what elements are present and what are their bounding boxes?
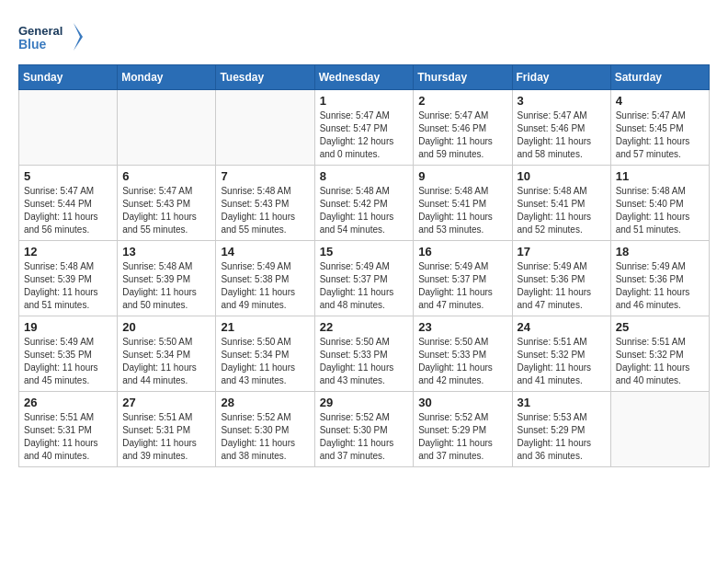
weekday-header-monday: Monday: [118, 65, 216, 90]
calendar-cell: 6Sunrise: 5:47 AM Sunset: 5:43 PM Daylig…: [118, 166, 216, 241]
calendar-cell: 24Sunrise: 5:51 AM Sunset: 5:32 PM Dayli…: [512, 316, 610, 392]
cell-info: Sunrise: 5:47 AM Sunset: 5:43 PM Dayligh…: [122, 185, 210, 236]
calendar-week-row: 26Sunrise: 5:51 AM Sunset: 5:31 PM Dayli…: [19, 392, 710, 467]
cell-info: Sunrise: 5:49 AM Sunset: 5:36 PM Dayligh…: [616, 260, 704, 312]
day-number: 14: [221, 245, 309, 259]
calendar-cell: 7Sunrise: 5:48 AM Sunset: 5:43 PM Daylig…: [216, 166, 314, 241]
calendar-cell: 1Sunrise: 5:47 AM Sunset: 5:47 PM Daylig…: [314, 90, 414, 166]
page-header: General Blue: [18, 18, 710, 55]
day-number: 21: [221, 320, 309, 334]
calendar-cell: 10Sunrise: 5:48 AM Sunset: 5:41 PM Dayli…: [512, 166, 610, 241]
cell-info: Sunrise: 5:49 AM Sunset: 5:35 PM Dayligh…: [24, 336, 112, 387]
cell-info: Sunrise: 5:47 AM Sunset: 5:47 PM Dayligh…: [320, 109, 409, 161]
cell-info: Sunrise: 5:47 AM Sunset: 5:44 PM Dayligh…: [24, 185, 112, 236]
day-number: 9: [418, 169, 506, 183]
day-number: 15: [320, 245, 409, 259]
day-number: 17: [518, 245, 606, 259]
logo: General Blue: [18, 18, 83, 55]
calendar-cell: 3Sunrise: 5:47 AM Sunset: 5:46 PM Daylig…: [512, 90, 610, 166]
calendar-cell: 13Sunrise: 5:48 AM Sunset: 5:39 PM Dayli…: [118, 241, 216, 316]
cell-info: Sunrise: 5:49 AM Sunset: 5:37 PM Dayligh…: [418, 260, 506, 312]
cell-info: Sunrise: 5:52 AM Sunset: 5:29 PM Dayligh…: [418, 411, 506, 463]
calendar-cell: 19Sunrise: 5:49 AM Sunset: 5:35 PM Dayli…: [19, 316, 118, 392]
calendar-cell: 27Sunrise: 5:51 AM Sunset: 5:31 PM Dayli…: [118, 392, 216, 467]
calendar-cell: 17Sunrise: 5:49 AM Sunset: 5:36 PM Dayli…: [512, 241, 610, 316]
day-number: 13: [122, 245, 210, 259]
calendar-week-row: 12Sunrise: 5:48 AM Sunset: 5:39 PM Dayli…: [19, 241, 710, 316]
cell-info: Sunrise: 5:48 AM Sunset: 5:41 PM Dayligh…: [518, 185, 606, 236]
cell-info: Sunrise: 5:50 AM Sunset: 5:34 PM Dayligh…: [122, 336, 210, 387]
calendar-cell: 28Sunrise: 5:52 AM Sunset: 5:30 PM Dayli…: [216, 392, 314, 467]
day-number: 16: [418, 245, 506, 259]
calendar-cell: 11Sunrise: 5:48 AM Sunset: 5:40 PM Dayli…: [610, 166, 709, 241]
day-number: 11: [616, 169, 704, 183]
calendar-cell: [19, 90, 118, 166]
cell-info: Sunrise: 5:48 AM Sunset: 5:42 PM Dayligh…: [320, 185, 409, 236]
cell-info: Sunrise: 5:53 AM Sunset: 5:29 PM Dayligh…: [518, 411, 606, 463]
weekday-header-thursday: Thursday: [414, 65, 512, 90]
calendar-cell: 4Sunrise: 5:47 AM Sunset: 5:45 PM Daylig…: [610, 90, 709, 166]
day-number: 1: [320, 94, 409, 108]
day-number: 24: [518, 320, 606, 334]
calendar-cell: 22Sunrise: 5:50 AM Sunset: 5:33 PM Dayli…: [314, 316, 414, 392]
cell-info: Sunrise: 5:51 AM Sunset: 5:32 PM Dayligh…: [616, 336, 704, 387]
calendar-cell: 5Sunrise: 5:47 AM Sunset: 5:44 PM Daylig…: [19, 166, 118, 241]
day-number: 12: [24, 245, 112, 259]
calendar-cell: [610, 392, 709, 467]
day-number: 8: [320, 169, 409, 183]
cell-info: Sunrise: 5:47 AM Sunset: 5:46 PM Dayligh…: [518, 109, 606, 161]
cell-info: Sunrise: 5:51 AM Sunset: 5:31 PM Dayligh…: [24, 411, 112, 463]
day-number: 2: [418, 94, 506, 108]
calendar-cell: 12Sunrise: 5:48 AM Sunset: 5:39 PM Dayli…: [19, 241, 118, 316]
day-number: 29: [320, 396, 409, 409]
calendar-week-row: 5Sunrise: 5:47 AM Sunset: 5:44 PM Daylig…: [19, 166, 710, 241]
day-number: 25: [616, 320, 704, 334]
cell-info: Sunrise: 5:50 AM Sunset: 5:33 PM Dayligh…: [320, 336, 409, 387]
calendar-week-row: 1Sunrise: 5:47 AM Sunset: 5:47 PM Daylig…: [19, 90, 710, 166]
cell-info: Sunrise: 5:49 AM Sunset: 5:37 PM Dayligh…: [320, 260, 409, 312]
calendar-cell: 31Sunrise: 5:53 AM Sunset: 5:29 PM Dayli…: [512, 392, 610, 467]
cell-info: Sunrise: 5:50 AM Sunset: 5:33 PM Dayligh…: [418, 336, 506, 387]
svg-marker-2: [74, 23, 83, 51]
cell-info: Sunrise: 5:47 AM Sunset: 5:45 PM Dayligh…: [616, 109, 704, 161]
cell-info: Sunrise: 5:47 AM Sunset: 5:46 PM Dayligh…: [418, 109, 506, 161]
day-number: 22: [320, 320, 409, 334]
weekday-header-saturday: Saturday: [610, 65, 709, 90]
cell-info: Sunrise: 5:49 AM Sunset: 5:38 PM Dayligh…: [221, 260, 309, 312]
calendar-cell: [118, 90, 216, 166]
day-number: 26: [24, 396, 112, 409]
day-number: 30: [418, 396, 506, 409]
calendar-cell: 30Sunrise: 5:52 AM Sunset: 5:29 PM Dayli…: [414, 392, 512, 467]
cell-info: Sunrise: 5:48 AM Sunset: 5:40 PM Dayligh…: [616, 185, 704, 236]
weekday-header-sunday: Sunday: [19, 65, 118, 90]
weekday-header-wednesday: Wednesday: [314, 65, 414, 90]
calendar-cell: 16Sunrise: 5:49 AM Sunset: 5:37 PM Dayli…: [414, 241, 512, 316]
day-number: 4: [616, 94, 704, 108]
weekday-header-friday: Friday: [512, 65, 610, 90]
svg-text:Blue: Blue: [18, 37, 47, 52]
day-number: 23: [418, 320, 506, 334]
cell-info: Sunrise: 5:48 AM Sunset: 5:39 PM Dayligh…: [24, 260, 112, 312]
calendar-table: SundayMondayTuesdayWednesdayThursdayFrid…: [18, 64, 710, 467]
calendar-week-row: 19Sunrise: 5:49 AM Sunset: 5:35 PM Dayli…: [19, 316, 710, 392]
svg-text:General: General: [18, 24, 63, 38]
calendar-cell: 21Sunrise: 5:50 AM Sunset: 5:34 PM Dayli…: [216, 316, 314, 392]
logo-svg: General Blue: [18, 18, 83, 55]
cell-info: Sunrise: 5:48 AM Sunset: 5:43 PM Dayligh…: [221, 185, 309, 236]
weekday-header-tuesday: Tuesday: [216, 65, 314, 90]
calendar-cell: [216, 90, 314, 166]
calendar-cell: 26Sunrise: 5:51 AM Sunset: 5:31 PM Dayli…: [19, 392, 118, 467]
day-number: 5: [24, 169, 112, 183]
day-number: 28: [221, 396, 309, 409]
cell-info: Sunrise: 5:48 AM Sunset: 5:41 PM Dayligh…: [418, 185, 506, 236]
day-number: 20: [122, 320, 210, 334]
calendar-cell: 25Sunrise: 5:51 AM Sunset: 5:32 PM Dayli…: [610, 316, 709, 392]
calendar-cell: 18Sunrise: 5:49 AM Sunset: 5:36 PM Dayli…: [610, 241, 709, 316]
calendar-cell: 14Sunrise: 5:49 AM Sunset: 5:38 PM Dayli…: [216, 241, 314, 316]
day-number: 6: [122, 169, 210, 183]
cell-info: Sunrise: 5:52 AM Sunset: 5:30 PM Dayligh…: [320, 411, 409, 463]
cell-info: Sunrise: 5:52 AM Sunset: 5:30 PM Dayligh…: [221, 411, 309, 463]
day-number: 31: [518, 396, 606, 409]
calendar-cell: 8Sunrise: 5:48 AM Sunset: 5:42 PM Daylig…: [314, 166, 414, 241]
day-number: 10: [518, 169, 606, 183]
